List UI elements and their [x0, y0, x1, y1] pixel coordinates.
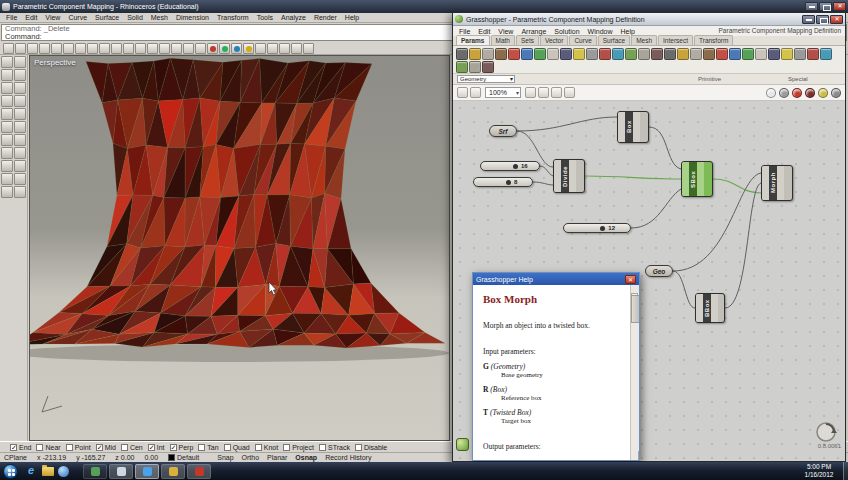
- osnap-checkbox[interactable]: [10, 444, 17, 451]
- tool-palette-icon[interactable]: [1, 134, 13, 146]
- gh-menu-item[interactable]: File: [455, 28, 474, 35]
- component-icon[interactable]: [586, 48, 598, 60]
- toolbar-icon[interactable]: [183, 43, 194, 54]
- component-icon[interactable]: [625, 48, 637, 60]
- gh-menu-item[interactable]: Arrange: [517, 28, 550, 35]
- osnap-checkbox[interactable]: [170, 444, 177, 451]
- taskbar-app-button[interactable]: [135, 464, 159, 479]
- component-icon[interactable]: [664, 48, 676, 60]
- osnap-checkbox[interactable]: [255, 444, 262, 451]
- component-icon[interactable]: [820, 48, 832, 60]
- menu-item[interactable]: Render: [310, 14, 341, 21]
- tool-palette-icon[interactable]: [1, 82, 13, 94]
- tool-palette-icon[interactable]: [1, 173, 13, 185]
- osnap-checkbox[interactable]: [198, 444, 205, 451]
- scrollbar-thumb[interactable]: [631, 295, 640, 323]
- osnap-toggle[interactable]: Int: [148, 444, 165, 451]
- osnap-checkbox[interactable]: [148, 444, 155, 451]
- tool-palette-icon[interactable]: [1, 108, 13, 120]
- save-file-icon[interactable]: [470, 87, 481, 98]
- zoom-level[interactable]: 100%: [485, 87, 521, 98]
- component-icon[interactable]: [638, 48, 650, 60]
- zoom-in-icon[interactable]: [525, 87, 536, 98]
- open-file-icon[interactable]: [457, 87, 468, 98]
- gh-tab[interactable]: Surface: [598, 35, 630, 45]
- node-slider-v[interactable]: 8: [473, 177, 533, 187]
- osnap-checkbox[interactable]: [36, 444, 43, 451]
- toolbar-icon[interactable]: [291, 43, 302, 54]
- gh-tab[interactable]: Mesh: [631, 35, 657, 45]
- osnap-toggle[interactable]: Point: [66, 444, 91, 451]
- tool-palette-icon[interactable]: [14, 95, 26, 107]
- osnap-toggle[interactable]: Near: [36, 444, 60, 451]
- gh-tab[interactable]: Curve: [569, 35, 596, 45]
- osnap-toggle[interactable]: Disable: [355, 444, 387, 451]
- toolbar-icon[interactable]: [135, 43, 146, 54]
- osnap-checkbox[interactable]: [319, 444, 326, 451]
- component-icon[interactable]: [794, 48, 806, 60]
- maximize-button[interactable]: [819, 2, 832, 11]
- help-close-button[interactable]: [625, 275, 636, 284]
- tool-palette-icon[interactable]: [14, 108, 26, 120]
- component-icon[interactable]: [716, 48, 728, 60]
- gh-tab[interactable]: Intersect: [658, 35, 693, 45]
- node-slider-u[interactable]: 16: [480, 161, 540, 171]
- toolbar-icon[interactable]: [51, 43, 62, 54]
- osnap-checkbox[interactable]: [96, 444, 103, 451]
- component-icon[interactable]: [651, 48, 663, 60]
- component-icon[interactable]: [547, 48, 559, 60]
- component-icon[interactable]: [508, 48, 520, 60]
- node-box[interactable]: Box: [617, 111, 649, 143]
- tool-palette-icon[interactable]: [1, 95, 13, 107]
- osnap-checkbox[interactable]: [283, 444, 290, 451]
- component-icon[interactable]: [469, 61, 481, 73]
- toolbar-icon[interactable]: [219, 43, 230, 54]
- menu-item[interactable]: Solid: [123, 14, 147, 21]
- toolbar-icon[interactable]: [111, 43, 122, 54]
- toolbar-icon[interactable]: [279, 43, 290, 54]
- tool-palette-icon[interactable]: [14, 160, 26, 172]
- node-slider-height[interactable]: 12: [563, 223, 631, 233]
- toolbar-icon[interactable]: [39, 43, 50, 54]
- status-toggle[interactable]: Osnap: [295, 454, 317, 461]
- component-icon[interactable]: [560, 48, 572, 60]
- display-mode-sphere[interactable]: [831, 88, 841, 98]
- tool-palette-icon[interactable]: [14, 147, 26, 159]
- internet-explorer-icon[interactable]: [24, 464, 38, 478]
- taskbar-app-button[interactable]: [109, 464, 133, 479]
- toolbar-icon[interactable]: [171, 43, 182, 54]
- scroll-down-arrow[interactable]: [638, 451, 640, 460]
- osnap-toggle[interactable]: Mid: [96, 444, 116, 451]
- gh-menu-item[interactable]: Edit: [474, 28, 494, 35]
- tool-palette-icon[interactable]: [14, 186, 26, 198]
- taskbar-app-button[interactable]: [83, 464, 107, 479]
- component-icon[interactable]: [456, 48, 468, 60]
- gh-menu-item[interactable]: Window: [584, 28, 617, 35]
- component-icon[interactable]: [729, 48, 741, 60]
- component-icon[interactable]: [456, 61, 468, 73]
- node-bounding-box[interactable]: BBox: [695, 293, 725, 323]
- menu-item[interactable]: View: [41, 14, 64, 21]
- display-mode-sphere[interactable]: [779, 88, 789, 98]
- minimize-button[interactable]: [805, 2, 818, 11]
- tool-palette-icon[interactable]: [1, 186, 13, 198]
- tool-palette-icon[interactable]: [1, 160, 13, 172]
- status-toggle[interactable]: Ortho: [242, 454, 260, 461]
- component-icon[interactable]: [755, 48, 767, 60]
- component-icon[interactable]: [677, 48, 689, 60]
- display-mode-sphere[interactable]: [805, 88, 815, 98]
- toolbar-icon[interactable]: [207, 43, 218, 54]
- toolbar-icon[interactable]: [75, 43, 86, 54]
- osnap-toggle[interactable]: STrack: [319, 444, 350, 451]
- toolbar-icon[interactable]: [63, 43, 74, 54]
- toolbar-icon[interactable]: [159, 43, 170, 54]
- osnap-toggle[interactable]: Cen: [121, 444, 143, 451]
- component-icon[interactable]: [482, 61, 494, 73]
- node-surface-param[interactable]: Srf: [489, 125, 517, 137]
- gh-menu-item[interactable]: View: [494, 28, 517, 35]
- gh-tab[interactable]: Params: [456, 35, 490, 45]
- tool-palette-icon[interactable]: [14, 56, 26, 68]
- slider-knob[interactable]: [506, 180, 511, 185]
- compass-widget[interactable]: [815, 421, 837, 443]
- tool-palette-icon[interactable]: [1, 121, 13, 133]
